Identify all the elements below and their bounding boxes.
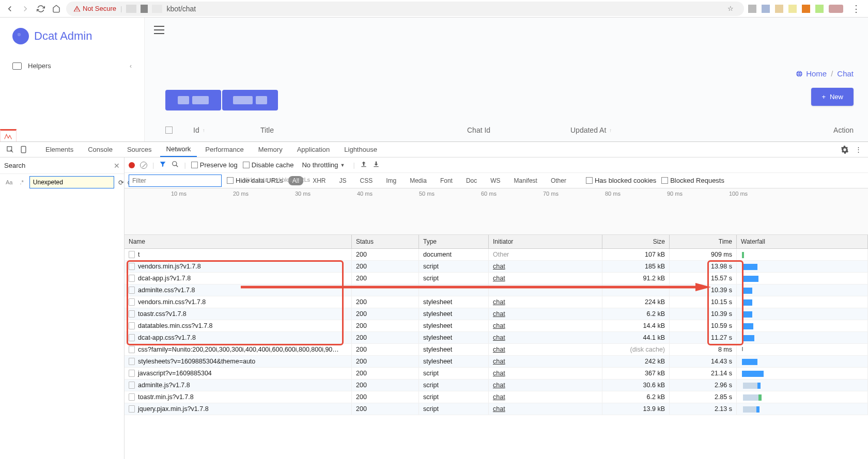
extension-icon[interactable] [802,5,810,13]
blocked-requests-checkbox[interactable]: Blocked Requests [661,177,724,184]
col-chat-id[interactable]: Chat Id [467,126,570,134]
close-search-icon[interactable]: ✕ [114,162,120,170]
filter-input[interactable] [129,175,222,187]
col-updated-at[interactable]: Updated At [570,126,606,134]
address-bar[interactable]: Not Secure | kbot/chat ☆ [66,2,744,16]
has-blocked-cookies-checkbox[interactable]: Has blocked cookies [586,177,656,184]
col-initiator[interactable]: Initiator [489,235,602,248]
bookmark-icon[interactable]: ☆ [727,5,734,12]
sidebar-item-helpers[interactable]: Helpers ‹ [0,55,144,77]
brand[interactable]: Dcat Admin [0,28,144,55]
col-waterfall[interactable]: Waterfall [737,235,868,248]
tab-performance[interactable]: Performance [199,143,250,156]
col-time[interactable]: Time [670,235,737,248]
hide-data-urls-checkbox[interactable]: Hide data URLs [227,177,283,184]
filter-toggle-icon[interactable] [159,161,166,169]
table-row[interactable]: stylesheets?v=1609885304&theme=auto200st… [125,356,868,368]
sidebar: Dcat Admin Helpers ‹ [0,18,145,141]
svg-rect-5 [374,166,378,167]
search-pane-title [4,160,111,171]
filter-js[interactable]: JS [335,176,350,185]
device-toggle-icon[interactable] [18,144,29,155]
tab-application[interactable]: Application [291,143,336,156]
col-type[interactable]: Type [419,235,489,248]
tab-lighthouse[interactable]: Lighthouse [338,143,383,156]
home-button[interactable] [51,3,62,14]
tab-network[interactable]: Network [160,142,197,157]
extension-icon[interactable] [815,5,824,13]
extension-icon[interactable] [748,5,756,13]
table-row[interactable]: toastr.css?v1.7.8200stylesheetchat6.2 kB… [125,308,868,320]
search-icon[interactable] [172,161,179,169]
new-button[interactable]: + New [811,88,854,106]
col-title[interactable]: Title [260,126,467,134]
filter-other[interactable]: Other [547,176,570,185]
col-size[interactable]: Size [602,235,670,248]
extension-icon[interactable] [775,5,783,13]
table-row[interactable]: adminlte.css?v1.7.810.39 s [125,284,868,296]
filter-xhr[interactable]: XHR [308,176,330,185]
browser-toolbar: Not Secure | kbot/chat ☆ ⋮ [0,0,868,18]
filter-css[interactable]: CSS [355,176,377,185]
more-icon[interactable]: ⋮ [853,144,864,155]
match-case-toggle[interactable]: Aa [4,178,14,186]
network-request-list[interactable]: t200documentOther107 kB909 msvendors.min… [125,249,868,459]
table-row[interactable]: dcat-app.js?v1.7.8200scriptchat91.2 kB15… [125,273,868,284]
table-row[interactable]: dcat-app.css?v1.7.8200stylesheetchat44.1… [125,332,868,344]
select-all-checkbox[interactable] [165,126,173,134]
throttling-select[interactable]: No throttling ▼ [299,160,348,170]
extension-icon[interactable] [762,5,770,13]
table-row[interactable]: adminlte.js?v1.7.8200scriptchat30.6 kB2.… [125,379,868,391]
filter-img[interactable]: Img [382,176,400,185]
laravel-debug-badge[interactable] [0,129,17,143]
col-status[interactable]: Status [352,235,419,248]
table-row[interactable]: vendors.min.js?v1.7.8200scriptchat185 kB… [125,261,868,273]
clear-button[interactable] [140,162,147,169]
reload-button[interactable] [35,3,47,14]
settings-icon[interactable] [839,144,850,155]
upload-har-icon[interactable] [360,161,367,169]
extension-icon[interactable] [829,5,843,13]
filter-manifest[interactable]: Manifest [510,176,541,185]
refresh-search-icon[interactable]: ⟳ [118,179,124,186]
table-row[interactable]: jquery.pjax.min.js?v1.7.8200scriptchat13… [125,403,868,415]
filter-doc[interactable]: Doc [462,176,481,185]
breadcrumb-current: Chat [837,69,854,78]
col-name[interactable]: Name [125,235,352,248]
sort-icon[interactable]: ↑ [609,128,612,133]
network-timeline[interactable]: 10 ms 20 ms 30 ms 40 ms 50 ms 60 ms 70 m… [125,188,868,235]
table-row[interactable]: css?family=Nunito:200,200i,300,300i,400,… [125,344,868,356]
inspect-element-icon[interactable] [4,144,16,155]
forward-button[interactable] [20,3,31,14]
tab-console[interactable]: Console [82,143,119,156]
table-row[interactable]: datatables.min.css?v1.7.8200stylesheetch… [125,320,868,332]
sort-icon[interactable]: ↑ [203,128,205,133]
table-row[interactable]: vendors.min.css?v1.7.8200stylesheetchat2… [125,296,868,308]
tab-sources[interactable]: Sources [121,143,158,156]
filter-all[interactable]: All [288,176,303,185]
url-text: kbot/chat [166,5,196,13]
download-har-icon[interactable] [373,161,380,169]
preserve-log-checkbox[interactable]: Preserve log [191,161,238,169]
table-row[interactable]: t200documentOther107 kB909 ms [125,249,868,261]
extension-icon[interactable] [788,5,797,13]
search-input[interactable] [29,176,114,188]
breadcrumb-home[interactable]: Home [796,69,827,78]
sidebar-toggle-button[interactable] [154,26,164,34]
tab-memory[interactable]: Memory [252,143,289,156]
table-row[interactable]: javascript?v=1609885304200scriptchat367 … [125,368,868,379]
disable-cache-checkbox[interactable]: Disable cache [243,161,294,169]
record-button[interactable] [129,162,135,168]
back-button[interactable] [4,3,16,14]
filter-media[interactable]: Media [406,176,431,185]
not-secure-badge: Not Secure [73,5,116,12]
brand-title: Dcat Admin [34,29,92,43]
regex-toggle[interactable]: .* [18,178,25,186]
filter-ws[interactable]: WS [486,176,504,185]
table-row[interactable]: toastr.min.js?v1.7.8200scriptchat6.2 kB2… [125,391,868,403]
col-id[interactable]: Id [193,126,199,134]
browser-menu-icon[interactable]: ⋮ [848,3,864,14]
tab-elements[interactable]: Elements [39,143,80,156]
redacted-content [165,90,278,110]
filter-font[interactable]: Font [436,176,457,185]
